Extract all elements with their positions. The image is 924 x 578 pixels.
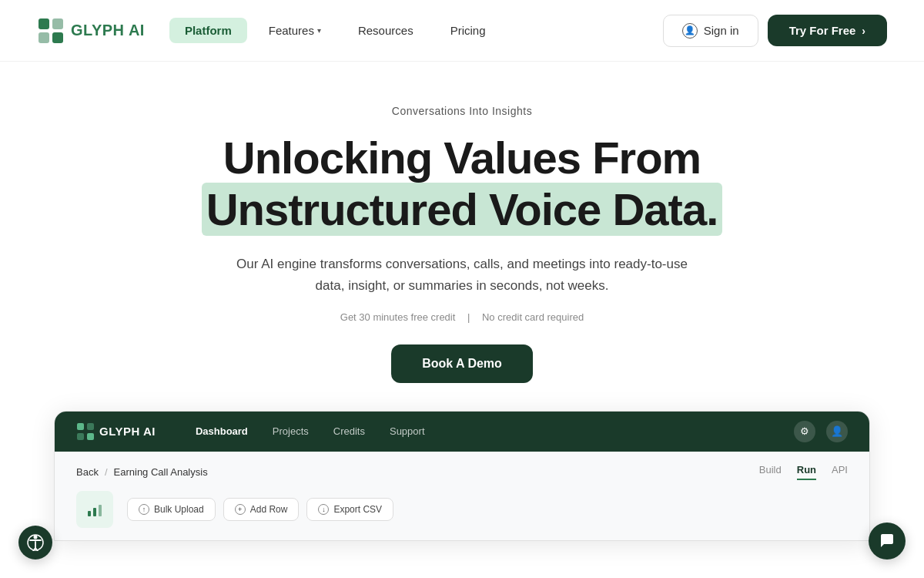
tab-build[interactable]: Build	[759, 464, 782, 480]
svg-rect-10	[99, 505, 102, 516]
chat-button[interactable]	[869, 523, 906, 560]
svg-rect-0	[38, 18, 49, 29]
dash-user-icon[interactable]: 👤	[826, 421, 848, 442]
dash-content: Back / Earning Call Analysis Build Run A…	[55, 452, 869, 540]
logo: GLYPH AI	[37, 17, 145, 45]
hero-note: Get 30 minutes free credit | No credit c…	[336, 311, 588, 323]
navbar: GLYPH AI Platform Features ▾ Resources P…	[0, 0, 924, 62]
svg-rect-9	[93, 508, 96, 516]
logo-icon	[37, 17, 65, 45]
breadcrumb-page: Earning Call Analysis	[114, 466, 208, 478]
hero-subtitle: Conversations Into Insights	[392, 105, 532, 117]
dash-toolbar: ↑ Bulk Upload + Add Row ↓ Export CSV	[76, 491, 848, 528]
chart-icon	[76, 491, 113, 528]
bulk-upload-button[interactable]: ↑ Bulk Upload	[127, 498, 216, 521]
tab-api[interactable]: API	[832, 464, 848, 480]
accessibility-button[interactable]	[18, 526, 52, 560]
try-free-button[interactable]: Try For Free ›	[768, 15, 887, 46]
dash-tabs: Build Run API	[759, 464, 848, 480]
dash-settings-icon[interactable]: ⚙	[794, 421, 815, 442]
features-chevron-icon: ▾	[317, 26, 321, 35]
export-icon: ↓	[318, 504, 329, 515]
breadcrumb-back[interactable]: Back	[76, 466, 99, 478]
plus-icon: +	[235, 504, 246, 515]
dash-nav-projects[interactable]: Projects	[273, 425, 309, 437]
add-row-button[interactable]: + Add Row	[223, 498, 300, 521]
nav-resources[interactable]: Resources	[343, 18, 429, 43]
hero-title: Unlocking Values From Unstructured Voice…	[202, 133, 723, 235]
dash-nav-credits[interactable]: Credits	[333, 425, 365, 437]
dash-logo: GLYPH AI	[76, 422, 156, 441]
export-csv-button[interactable]: ↓ Export CSV	[306, 498, 393, 521]
svg-rect-3	[52, 32, 63, 43]
svg-point-11	[34, 536, 38, 539]
svg-rect-8	[88, 511, 91, 516]
arrow-right-icon: ›	[862, 25, 865, 37]
dash-navbar: GLYPH AI Dashboard Projects Credits Supp…	[55, 412, 869, 452]
dashboard-preview: GLYPH AI Dashboard Projects Credits Supp…	[54, 411, 870, 541]
logo-text: GLYPH AI	[71, 22, 145, 39]
svg-rect-6	[77, 433, 84, 440]
svg-rect-1	[52, 18, 63, 29]
dash-nav-dashboard[interactable]: Dashboard	[196, 425, 248, 437]
breadcrumb-separator: /	[105, 466, 108, 478]
book-demo-button[interactable]: Book A Demo	[391, 344, 533, 383]
nav-left: GLYPH AI Platform Features ▾ Resources P…	[37, 17, 501, 45]
nav-pricing[interactable]: Pricing	[435, 18, 501, 43]
breadcrumb: Back / Earning Call Analysis	[76, 466, 208, 478]
nav-features[interactable]: Features ▾	[253, 18, 336, 43]
chat-icon	[879, 533, 896, 549]
svg-rect-5	[87, 423, 94, 430]
tab-run[interactable]: Run	[797, 464, 816, 480]
dash-logo-icon	[76, 422, 95, 441]
hero-section: Conversations Into Insights Unlocking Va…	[0, 62, 924, 572]
nav-platform[interactable]: Platform	[169, 18, 247, 43]
accessibility-icon	[27, 534, 44, 551]
user-icon: 👤	[682, 23, 698, 39]
nav-links: Platform Features ▾ Resources Pricing	[169, 18, 501, 43]
nav-right: 👤 Sign in Try For Free ›	[663, 15, 887, 47]
svg-rect-7	[87, 433, 94, 440]
dash-nav-support[interactable]: Support	[390, 425, 425, 437]
svg-rect-4	[77, 423, 84, 430]
svg-rect-2	[38, 32, 49, 43]
dash-logo-text: GLYPH AI	[99, 425, 156, 438]
upload-icon: ↑	[139, 504, 149, 515]
sign-in-button[interactable]: 👤 Sign in	[663, 15, 758, 47]
dash-nav-right: ⚙ 👤	[794, 421, 848, 442]
hero-description: Our AI engine transforms conversations, …	[231, 254, 693, 295]
